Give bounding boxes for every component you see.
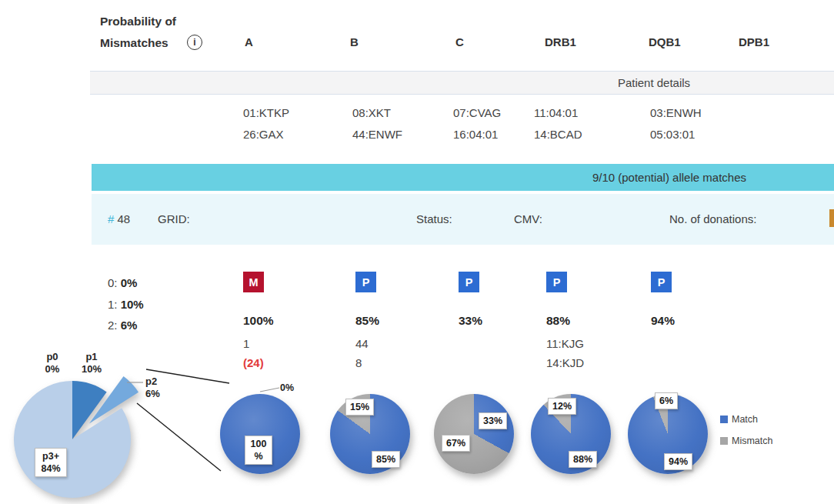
pie-label-value: 10% — [77, 363, 106, 375]
summary-row-1: 1: 10% — [108, 294, 144, 315]
pie-b-mismatch-label: 15% — [345, 399, 374, 416]
pie-label-p0: p0 0% — [38, 351, 66, 375]
pie-label-p1: p1 10% — [77, 351, 106, 375]
legend-label: Mismatch — [732, 436, 772, 446]
locus-value: 1 — [243, 334, 274, 353]
match-grade-badge-p: P — [546, 272, 567, 292]
pie-label-text: p2 — [145, 375, 172, 388]
patient-alleles-c: 07:CVAG 16:04:01 — [453, 102, 501, 145]
pie-label-p3: p3+ 84% — [35, 448, 67, 477]
patient-alleles-dqb1: 03:ENWH 05:03:01 — [650, 102, 702, 145]
allele-value: 08:XKT — [352, 102, 402, 124]
pie-label-value: 84% — [39, 462, 62, 475]
allele-value: 03:ENWH — [650, 102, 702, 124]
cmv-label: CMV: — [514, 212, 542, 227]
pie-b-match-label: 85% — [372, 451, 400, 468]
pie-dqb1-mismatch-label: 6% — [655, 392, 678, 409]
match-grade-badge-p: P — [355, 272, 376, 292]
pie-c-match-label: 33% — [479, 412, 507, 429]
column-header-b: B — [350, 35, 359, 48]
match-percent: 85% — [355, 314, 379, 328]
mismatch-summary: 0: 0% 1: 10% 2: 6% — [108, 272, 144, 336]
match-grade-badge-p: P — [459, 272, 479, 292]
locus-result-a: M 100% 1 (24) — [243, 272, 274, 372]
pie-a-match-label: 100 % — [245, 436, 272, 465]
pie-label-p2: p2 6% — [145, 375, 172, 400]
allele-value: 11:04:01 — [534, 102, 582, 124]
patient-alleles-a: 01:KTKP 26:GAX — [243, 102, 289, 145]
grid-label: GRID: — [158, 212, 190, 227]
locus-result-b: P 85% 44 8 — [355, 272, 379, 372]
patient-details-label: Patient details — [592, 71, 716, 95]
summary-value: 10% — [121, 298, 144, 311]
probability-pie-chart — [8, 375, 150, 504]
patient-alleles-drb1: 11:04:01 14:BCAD — [534, 102, 582, 145]
match-percent: 94% — [651, 314, 675, 328]
locus-result-drb1: P 88% 11:KJG 14:KJD — [546, 272, 584, 372]
allele-value: 05:03:01 — [650, 124, 702, 145]
page-title: Probability of Mismatches — [100, 11, 176, 54]
summary-row-0: 0: 0% — [108, 272, 144, 294]
summary-row-2: 2: 6% — [108, 315, 144, 336]
status-label: Status: — [416, 212, 452, 227]
locus-result-dqb1: P 94% — [651, 272, 675, 334]
match-percent: 100% — [243, 314, 274, 328]
allele-value: 44:ENWF — [352, 124, 402, 145]
patient-alleles-b: 08:XKT 44:ENWF — [352, 102, 402, 145]
summary-label: 0: — [108, 276, 118, 289]
pie-c-mismatch-label: 67% — [442, 435, 470, 452]
column-header-c: C — [455, 35, 464, 48]
mismatch-swatch-icon — [720, 437, 728, 445]
legend-item-mismatch: Mismatch — [720, 436, 772, 446]
allele-match-banner-text: 9/10 (potential) allele matches — [592, 164, 746, 191]
allele-value: 01:KTKP — [243, 102, 289, 124]
patient-details-bar — [90, 71, 834, 95]
edge-marker — [829, 209, 834, 227]
rank-hash-symbol: # — [108, 212, 114, 225]
pie-dqb1-match-label: 94% — [664, 453, 692, 470]
match-grade-badge-p: P — [651, 272, 672, 292]
locus-result-c: P 33% — [459, 272, 482, 334]
locus-value: 44 — [355, 334, 379, 353]
pie-label-text: p3+ — [39, 450, 62, 462]
pie-label-value: 6% — [145, 388, 172, 400]
column-header-dqb1: DQB1 — [649, 35, 681, 48]
pie-a-mismatch-label: 0% — [280, 382, 294, 394]
summary-value: 0% — [121, 276, 138, 289]
locus-alert-value: (24) — [243, 353, 274, 372]
summary-value: 6% — [121, 319, 138, 332]
rank-number: 48 — [118, 212, 131, 225]
match-grade-badge-m: M — [243, 272, 264, 292]
zero-percent-leader-line — [260, 388, 279, 392]
match-pie-c — [434, 394, 514, 474]
column-header-dpb1: DPB1 — [739, 35, 769, 48]
allele-value: 14:BCAD — [534, 124, 582, 145]
summary-label: 1: — [108, 298, 118, 311]
page-title-line2: Mismatches — [100, 32, 176, 54]
legend-item-match: Match — [720, 414, 758, 425]
info-icon[interactable]: i — [187, 35, 202, 50]
column-header-drb1: DRB1 — [545, 35, 576, 48]
page-title-line1: Probability of — [100, 11, 176, 32]
locus-value: 14:KJD — [546, 353, 584, 372]
match-percent: 88% — [546, 314, 584, 328]
allele-value: 07:CVAG — [453, 102, 501, 124]
legend-label: Match — [732, 414, 758, 425]
allele-value: 16:04:01 — [453, 124, 501, 145]
pie-label-value: 0% — [38, 363, 66, 375]
pie-label-text: p1 — [77, 351, 106, 363]
pie-drb1-mismatch-label: 12% — [548, 398, 576, 415]
locus-value: 11:KJG — [546, 334, 584, 353]
match-swatch-icon — [720, 416, 728, 423]
donations-label: No. of donations: — [669, 212, 756, 227]
pie-label-text: p0 — [38, 351, 66, 363]
donor-rank: # 48 — [108, 212, 130, 227]
summary-label: 2: — [108, 319, 118, 332]
hla-match-screen: Probability of Mismatches i A B C DRB1 D… — [0, 0, 834, 504]
column-header-a: A — [245, 35, 253, 48]
locus-value: 8 — [355, 353, 379, 372]
allele-value: 26:GAX — [243, 124, 289, 145]
match-percent: 33% — [459, 314, 482, 328]
pie-drb1-match-label: 88% — [569, 451, 597, 468]
